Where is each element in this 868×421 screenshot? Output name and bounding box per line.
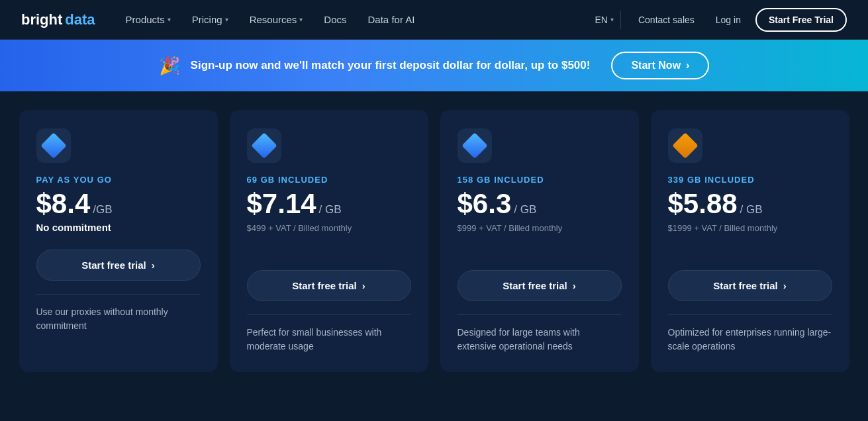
price-main-339gb: $5.88 <box>668 190 738 218</box>
nav-item-products[interactable]: Products ▾ <box>117 9 180 30</box>
plan-icon-payg <box>36 128 71 163</box>
trial-button-payg[interactable]: Start free trial › <box>36 250 201 281</box>
commitment-text-69gb <box>247 242 411 258</box>
nav-item-pricing[interactable]: Pricing ▾ <box>183 9 238 30</box>
chevron-down-icon: ▾ <box>225 16 228 23</box>
plan-label-payg: PAY AS YOU GO <box>36 175 201 185</box>
commitment-text-payg: No commitment <box>36 222 201 238</box>
chevron-down-icon: ▾ <box>610 16 614 23</box>
plan-price-158gb: $6.3 / GB <box>458 190 622 218</box>
promo-banner: 🎉 Sign-up now and we'll match your first… <box>0 40 868 91</box>
card-divider <box>668 314 832 315</box>
banner-text: Sign-up now and we'll match your first d… <box>191 59 591 72</box>
arrow-right-icon: › <box>783 280 787 291</box>
login-button[interactable]: Log in <box>709 11 747 29</box>
plan-card-339gb: 339 GB INCLUDED $5.88 / GB $1999 + VAT /… <box>651 110 849 372</box>
nav-item-docs[interactable]: Docs <box>314 9 356 30</box>
plan-icon-339gb <box>668 128 702 163</box>
contact-sales-link[interactable]: Contact sales <box>632 11 701 29</box>
plan-card-158gb: 158 GB INCLUDED $6.3 / GB $999 + VAT / B… <box>440 110 639 372</box>
plan-description-158gb: Designed for large teams with extensive … <box>458 326 622 353</box>
trial-label-payg: Start free trial <box>81 259 146 271</box>
logo-bright: bright <box>21 11 62 28</box>
card-divider <box>458 314 622 315</box>
plan-description-payg: Use our proxies without monthly commitme… <box>36 305 201 333</box>
arrow-right-icon: › <box>152 259 155 271</box>
plan-price-339gb: $5.88 / GB <box>668 190 832 218</box>
language-selector[interactable]: EN ▾ <box>589 11 621 29</box>
nav-label-docs: Docs <box>324 14 346 25</box>
lang-label: EN <box>595 15 608 25</box>
nav-item-resources[interactable]: Resources ▾ <box>240 9 313 30</box>
brand-logo[interactable]: bright data <box>21 11 95 28</box>
pricing-cards: PAY AS YOU GO $8.4 /GB No commitment Sta… <box>0 91 868 391</box>
price-main-158gb: $6.3 <box>458 190 512 218</box>
card-divider <box>36 294 201 295</box>
price-unit-payg: /GB <box>93 203 112 216</box>
billing-339gb: $1999 + VAT / Billed monthly <box>668 223 778 233</box>
trial-button-69gb[interactable]: Start free trial › <box>247 270 411 301</box>
price-unit-158gb: / GB <box>514 203 536 216</box>
plan-price-69gb: $7.14 / GB <box>247 190 411 218</box>
navbar: bright data Products ▾ Pricing ▾ Resourc… <box>0 0 868 40</box>
banner-cta-label: Start Now <box>631 60 681 71</box>
price-unit-339gb: / GB <box>740 203 763 216</box>
start-free-trial-button[interactable]: Start Free Trial <box>755 8 847 32</box>
plan-description-69gb: Perfect for small businesses with modera… <box>247 326 411 353</box>
trial-label-339gb: Start free trial <box>713 280 778 291</box>
plan-card-69gb: 69 GB INCLUDED $7.14 / GB $499 + VAT / B… <box>230 110 428 372</box>
nav-label-products: Products <box>126 14 165 25</box>
trial-button-158gb[interactable]: Start free trial › <box>458 270 622 301</box>
nav-right: EN ▾ Contact sales Log in Start Free Tri… <box>589 8 847 32</box>
plan-label-339gb: 339 GB INCLUDED <box>668 175 832 185</box>
price-unit-69gb: / GB <box>319 203 342 216</box>
billing-158gb: $999 + VAT / Billed monthly <box>458 223 563 233</box>
trial-button-339gb[interactable]: Start free trial › <box>668 270 832 301</box>
plan-description-339gb: Optimized for enterprises running large-… <box>668 326 832 353</box>
nav-links: Products ▾ Pricing ▾ Resources ▾ Docs Da… <box>117 9 589 30</box>
billing-69gb: $499 + VAT / Billed monthly <box>247 223 352 233</box>
trial-label-158gb: Start free trial <box>503 280 567 291</box>
party-icon: 🎉 <box>159 56 180 76</box>
plan-icon-69gb <box>247 128 281 163</box>
chevron-down-icon: ▾ <box>168 16 171 23</box>
nav-label-data-for-ai: Data for AI <box>368 14 415 25</box>
nav-item-data-for-ai[interactable]: Data for AI <box>359 9 424 30</box>
price-sub-69gb: $499 + VAT / Billed monthly <box>247 222 411 233</box>
arrow-right-icon: › <box>573 280 576 291</box>
price-sub-158gb: $999 + VAT / Billed monthly <box>458 222 622 233</box>
nav-label-resources: Resources <box>250 14 297 25</box>
plan-label-69gb: 69 GB INCLUDED <box>247 175 411 185</box>
nav-label-pricing: Pricing <box>192 14 222 25</box>
plan-label-158gb: 158 GB INCLUDED <box>458 175 622 185</box>
plan-icon-158gb <box>458 128 492 163</box>
plan-price-payg: $8.4 /GB <box>36 190 201 218</box>
commitment-text-339gb <box>668 242 832 258</box>
price-main-69gb: $7.14 <box>247 190 316 218</box>
plan-card-payg: PAY AS YOU GO $8.4 /GB No commitment Sta… <box>19 110 218 372</box>
arrow-right-icon: › <box>686 60 689 71</box>
chevron-down-icon: ▾ <box>299 16 303 23</box>
arrow-right-icon: › <box>362 280 365 291</box>
card-divider <box>247 314 411 315</box>
logo-data: data <box>65 11 95 28</box>
price-main-payg: $8.4 <box>36 190 91 218</box>
price-sub-339gb: $1999 + VAT / Billed monthly <box>668 222 832 233</box>
commitment-text-158gb <box>458 242 622 258</box>
banner-cta-button[interactable]: Start Now › <box>611 52 709 79</box>
trial-label-69gb: Start free trial <box>292 280 357 291</box>
